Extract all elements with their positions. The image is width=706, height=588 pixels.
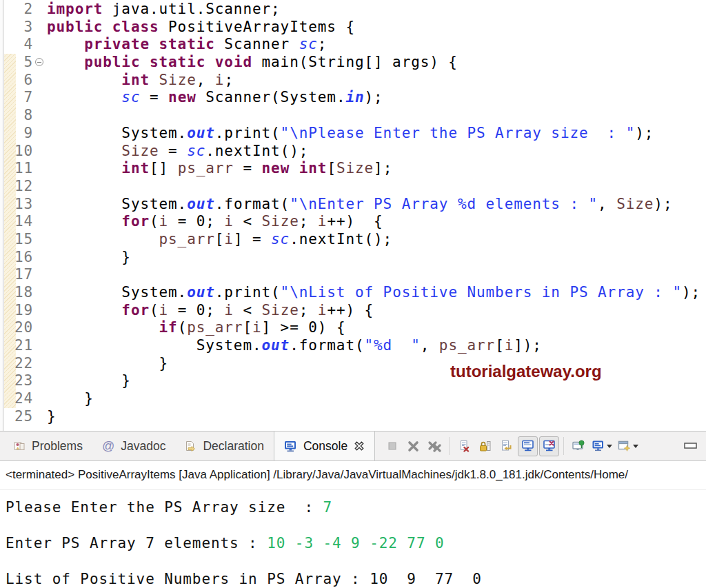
line-number: 19	[0, 302, 33, 320]
launch-status-bar: <terminated> PositiveArrayItems [Java Ap…	[0, 461, 706, 490]
fold-gutter	[33, 302, 47, 320]
eclipse-window: 2import java.util.Scanner;3public class …	[0, 0, 706, 588]
terminate-button-icon[interactable]	[382, 436, 402, 456]
clear-console-icon[interactable]	[454, 436, 474, 456]
remove-all-terminated-icon[interactable]	[425, 436, 445, 456]
code-line[interactable]: 13 System.out.format("\nEnter PS Array %…	[0, 196, 706, 214]
line-number: 3	[0, 19, 33, 37]
console-icon	[284, 440, 297, 452]
show-console-on-stderr-icon[interactable]	[539, 436, 559, 456]
fold-gutter	[33, 89, 47, 107]
tab-javadoc[interactable]: @ Javadoc	[92, 432, 175, 460]
code-line[interactable]: 20 if(ps_arr[i] >= 0) {	[0, 319, 706, 337]
line-number: 16	[0, 249, 33, 267]
open-console-icon[interactable]	[616, 436, 641, 456]
code-line[interactable]: 5 public static void main(String[] args)…	[0, 54, 706, 72]
tab-label: Declaration	[203, 439, 264, 454]
fold-gutter	[33, 284, 47, 302]
code-line[interactable]: 16 }	[0, 249, 706, 267]
code-line[interactable]: 7 sc = new Scanner(System.in);	[0, 89, 706, 107]
javadoc-icon: @	[102, 439, 114, 454]
code-line[interactable]: 19 for(i = 0; i < Size; i++) {	[0, 302, 706, 320]
tab-label: Javadoc	[121, 439, 165, 454]
code-line[interactable]: 2import java.util.Scanner;	[0, 1, 706, 19]
code-text: ps_arr[i] = sc.nextInt();	[47, 231, 392, 249]
pin-console-icon[interactable]	[568, 436, 588, 456]
tab-label: Problems	[32, 439, 83, 454]
fold-gutter	[33, 337, 47, 355]
line-number: 5	[0, 54, 33, 72]
code-line[interactable]: 25}	[0, 408, 706, 426]
code-line[interactable]: 3public class PositiveArrayItems {	[0, 19, 706, 37]
fold-gutter	[33, 231, 47, 249]
line-number: 17	[0, 266, 33, 284]
line-number: 6	[0, 72, 33, 90]
console-output[interactable]: Please Enter the PS Array size : 7Enter …	[0, 490, 706, 588]
fold-gutter	[33, 19, 47, 37]
dropdown-caret-icon	[633, 445, 638, 448]
code-line[interactable]: 10 Size = sc.nextInt();	[0, 143, 706, 161]
fold-gutter	[33, 36, 47, 54]
java-code-editor[interactable]: 2import java.util.Scanner;3public class …	[0, 0, 706, 431]
terminated-launch-text: <terminated> PositiveArrayItems [Java Ap…	[6, 468, 628, 481]
code-line[interactable]: 12	[0, 178, 706, 196]
remove-launch-icon[interactable]	[403, 436, 423, 456]
word-wrap-icon[interactable]	[496, 436, 516, 456]
code-text: }	[47, 372, 131, 390]
code-text: }	[47, 390, 94, 408]
fold-gutter	[33, 72, 47, 90]
line-number: 18	[0, 284, 33, 302]
code-line[interactable]: 18 System.out.print("\nList of Positive …	[0, 284, 706, 302]
code-line[interactable]: 9 System.out.print("\nPlease Enter the P…	[0, 125, 706, 143]
line-number: 11	[0, 160, 33, 178]
code-text: private static Scanner sc;	[47, 36, 327, 54]
collapse-icon[interactable]	[35, 58, 43, 66]
line-number: 14	[0, 213, 33, 231]
line-number: 21	[0, 337, 33, 355]
code-line[interactable]: 17	[0, 266, 706, 284]
code-line[interactable]: 24 }	[0, 390, 706, 408]
scroll-lock-icon[interactable]	[475, 436, 495, 456]
fold-gutter	[33, 266, 47, 284]
tab-declaration[interactable]: Declaration	[175, 432, 274, 460]
code-text: if(ps_arr[i] >= 0) {	[47, 319, 345, 337]
toolbar-separator	[449, 437, 450, 455]
line-number: 7	[0, 89, 33, 107]
line-number: 22	[0, 355, 33, 373]
code-text: System.out.format("%d ", ps_arr[i]);	[47, 337, 542, 355]
line-number: 9	[0, 125, 33, 143]
code-text: for(i = 0; i < Size; i++) {	[47, 213, 383, 231]
code-line[interactable]: 8	[0, 107, 706, 125]
fold-gutter	[33, 160, 47, 178]
fold-gutter	[33, 196, 47, 214]
code-line[interactable]: 4 private static Scanner sc;	[0, 36, 706, 54]
code-text: }	[47, 355, 168, 373]
line-number: 13	[0, 196, 33, 214]
code-line[interactable]: 15 ps_arr[i] = sc.nextInt();	[0, 231, 706, 249]
declaration-icon	[185, 440, 196, 452]
code-text: }	[47, 408, 57, 426]
console-line	[6, 552, 706, 570]
code-line[interactable]: 14 for(i = 0; i < Size; i++) {	[0, 213, 706, 231]
code-line[interactable]: 11 int[] ps_arr = new int[Size];	[0, 160, 706, 178]
display-selected-console-icon[interactable]	[589, 436, 614, 456]
show-console-on-stdout-icon[interactable]	[518, 436, 538, 456]
dropdown-caret-icon	[607, 445, 612, 448]
code-line[interactable]: 21 System.out.format("%d ", ps_arr[i]);	[0, 337, 706, 355]
console-line: Enter PS Array 7 elements : 10 -3 -4 9 -…	[6, 534, 706, 552]
line-number: 4	[0, 36, 33, 54]
code-line[interactable]: 6 int Size, i;	[0, 72, 706, 90]
console-line	[6, 516, 706, 534]
fold-gutter	[33, 1, 47, 19]
minimize-view-icon[interactable]	[680, 436, 700, 456]
line-number: 12	[0, 178, 33, 196]
console-toolbar	[382, 436, 706, 456]
code-text: }	[47, 249, 131, 267]
line-number: 8	[0, 107, 33, 125]
tab-console[interactable]: Console	[274, 432, 375, 460]
close-icon[interactable]	[354, 440, 365, 452]
watermark-text: tutorialgateway.org	[450, 362, 602, 381]
code-text: Size = sc.nextInt();	[47, 143, 308, 161]
tab-problems[interactable]: Problems	[4, 432, 92, 460]
line-number: 2	[0, 1, 33, 19]
